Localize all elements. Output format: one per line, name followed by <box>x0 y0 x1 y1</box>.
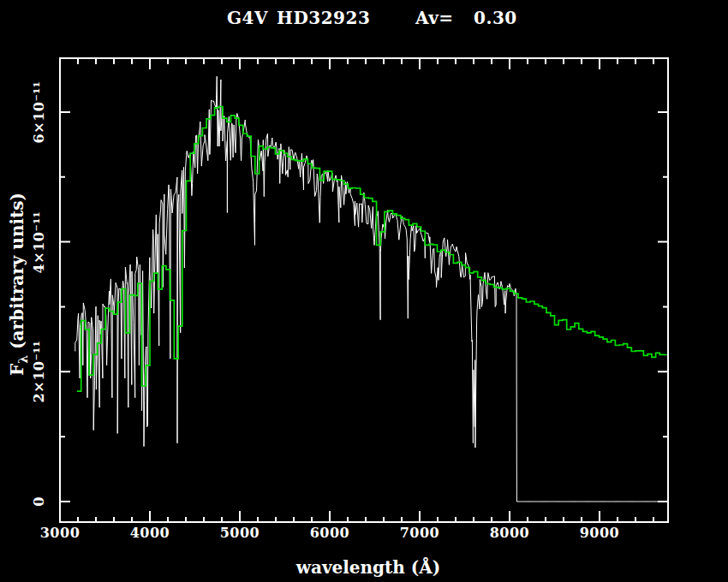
y-tick-label: 4×10⁻¹¹ <box>31 211 47 273</box>
y-axis-title: Fλ (arbitrary units) <box>7 193 30 376</box>
y-tick-label: 2×10⁻¹¹ <box>31 341 47 403</box>
x-axis-title: wavelength (Å) <box>296 557 441 578</box>
x-tick-label: 4000 <box>122 525 177 541</box>
y-axis-title-main: F <box>7 364 27 376</box>
y-axis-title-rest: (arbitrary units) <box>7 193 27 355</box>
x-tick-label: 6000 <box>302 525 357 541</box>
x-tick-label: 3000 <box>33 525 87 541</box>
x-tick-label: 8000 <box>482 525 537 541</box>
plot-frame <box>60 58 668 522</box>
y-axis-title-sub: λ <box>16 355 30 364</box>
spectrum-chart <box>0 0 728 582</box>
axis-ticks <box>60 58 668 522</box>
y-tick-label: 6×10⁻¹¹ <box>31 81 47 144</box>
x-tick-label: 9000 <box>572 525 627 541</box>
y-tick-label: 0 <box>31 496 47 507</box>
spectrum-plot-window: G4V HD32923 Av= 0.30 3000400050006000700… <box>0 0 728 582</box>
x-tick-label: 7000 <box>392 525 447 541</box>
observed-spectrum-line <box>75 76 668 502</box>
x-tick-label: 5000 <box>212 525 267 541</box>
